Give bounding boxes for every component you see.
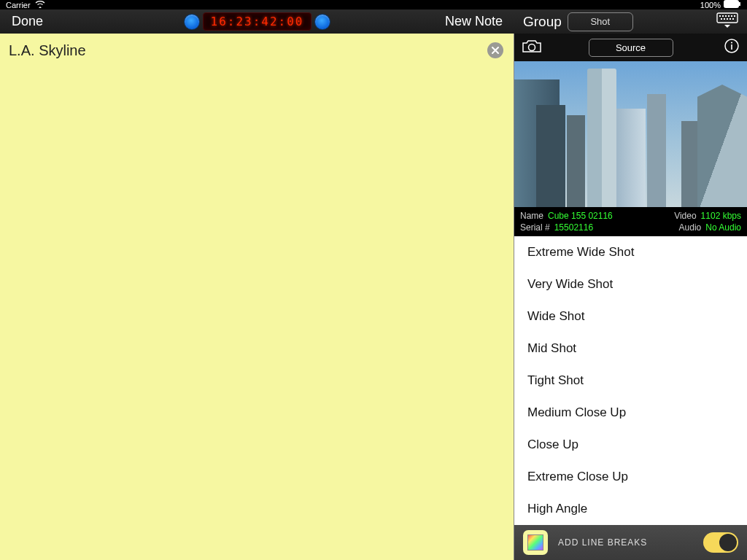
source-selector[interactable]: Source [589, 39, 673, 57]
list-item-label: Mid Shot [527, 341, 576, 356]
source-meta: NameCube 155 02116 Serial #15502116 Vide… [514, 207, 747, 236]
keyboard-dismiss-button[interactable] [716, 12, 738, 31]
list-item[interactable]: Tight Shot [514, 365, 747, 397]
svg-rect-12 [729, 18, 731, 20]
list-item-label: Close Up [527, 438, 578, 452]
svg-rect-0 [724, 1, 739, 8]
meta-audio-value: No Audio [705, 222, 741, 233]
list-item[interactable]: Mid Shot [514, 332, 747, 365]
carrier-label: Carrier [6, 1, 31, 9]
video-preview[interactable] [514, 61, 747, 207]
status-bar: Carrier 100% [0, 0, 747, 9]
list-item[interactable]: Medium Close Up [514, 397, 747, 429]
close-icon [491, 46, 500, 55]
info-button[interactable] [724, 38, 740, 57]
list-item-label: High Angle [527, 502, 587, 516]
svg-rect-2 [717, 13, 738, 23]
list-item-label: Extreme Close Up [527, 470, 628, 484]
svg-rect-8 [734, 15, 735, 17]
svg-rect-5 [725, 15, 727, 17]
meta-audio-label: Audio [679, 222, 702, 233]
note-title: L.A. Skyline [9, 42, 86, 59]
list-item[interactable]: Extreme Close Up [514, 461, 747, 493]
svg-rect-1 [739, 2, 740, 6]
timecode-group: 16:23:42:00 [184, 12, 331, 31]
side-footer: ADD LINE BREAKS [514, 525, 747, 560]
status-dot-right[interactable] [314, 14, 330, 30]
list-item-label: Very Wide Shot [527, 277, 613, 292]
list-item-label: Tight Shot [527, 373, 584, 388]
meta-name-label: Name [520, 211, 543, 221]
add-line-breaks-toggle[interactable] [703, 532, 738, 553]
list-item[interactable]: High Angle [514, 493, 747, 525]
group-value: Shot [590, 16, 610, 27]
svg-rect-11 [727, 18, 728, 20]
list-item[interactable]: Extreme Wide Shot [514, 236, 747, 268]
meta-video-value: 1102 kbps [701, 211, 741, 221]
svg-rect-7 [731, 15, 732, 17]
group-label: Group [523, 14, 562, 30]
side-pane: Source NameCube 155 02116 Serial #155021… [514, 34, 747, 560]
list-item[interactable]: Very Wide Shot [514, 268, 747, 300]
svg-point-16 [731, 42, 732, 43]
list-item[interactable]: Close Up [514, 429, 747, 461]
timecode-display: 16:23:42:00 [203, 12, 312, 31]
camera-icon[interactable] [522, 39, 542, 56]
svg-rect-10 [724, 18, 725, 20]
status-dot-left[interactable] [184, 14, 200, 30]
meta-serial-label: Serial # [520, 222, 550, 233]
shot-list[interactable]: Extreme Wide Shot Very Wide Shot Wide Sh… [514, 236, 747, 525]
list-item[interactable]: Wide Shot [514, 300, 747, 332]
svg-point-14 [529, 44, 535, 51]
battery-icon [724, 0, 741, 9]
done-button[interactable]: Done [12, 14, 43, 29]
group-selector[interactable]: Shot [568, 12, 633, 31]
svg-rect-3 [719, 15, 721, 17]
list-item-label: Extreme Wide Shot [527, 245, 634, 260]
color-swatch-icon [527, 534, 543, 551]
battery-pct: 100% [700, 1, 721, 9]
list-item-label: Medium Close Up [527, 405, 626, 420]
svg-rect-17 [731, 44, 732, 50]
note-pane[interactable]: L.A. Skyline [0, 34, 514, 560]
list-item-label: Wide Shot [527, 309, 584, 324]
source-label: Source [616, 42, 646, 53]
add-line-breaks-label: ADD LINE BREAKS [558, 537, 693, 548]
clear-note-button[interactable] [487, 42, 503, 58]
meta-name-value: Cube 155 02116 [548, 211, 613, 221]
app-header: Done 16:23:42:00 New Note Group Shot [0, 9, 747, 34]
toggle-knob [719, 534, 737, 551]
meta-video-label: Video [674, 211, 696, 221]
preview-header: Source [514, 34, 747, 61]
meta-serial-value: 15502116 [554, 222, 593, 233]
color-picker-button[interactable] [523, 530, 548, 555]
new-note-button[interactable]: New Note [445, 14, 503, 29]
svg-rect-9 [721, 18, 722, 20]
svg-rect-6 [728, 15, 729, 17]
svg-rect-4 [722, 15, 724, 17]
wifi-icon [35, 1, 45, 9]
svg-rect-13 [732, 18, 734, 20]
